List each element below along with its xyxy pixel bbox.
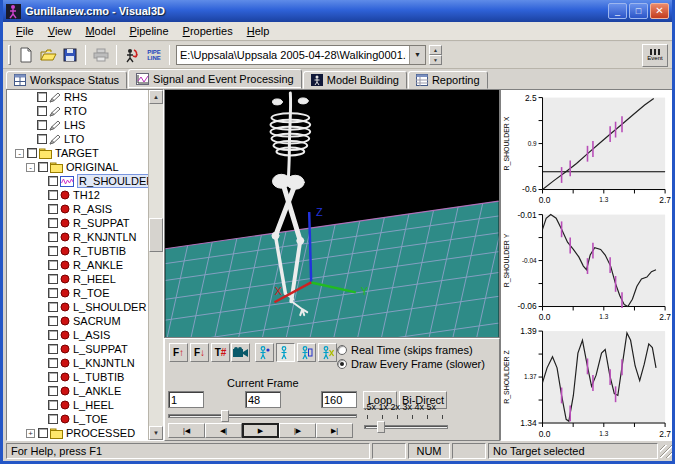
tree-item-label[interactable]: L_ASIS (73, 329, 110, 341)
menu-file[interactable]: File (9, 23, 41, 39)
frame-end-field[interactable] (321, 391, 357, 408)
new-file-icon[interactable] (15, 44, 37, 66)
tree-checkbox[interactable] (48, 358, 58, 368)
scrollbar-thumb[interactable] (149, 218, 163, 252)
frame-start-field[interactable] (168, 391, 204, 408)
tree-checkbox[interactable] (48, 260, 58, 270)
tree-checkbox[interactable] (48, 218, 58, 228)
tree-checkbox[interactable] (38, 162, 48, 172)
tree-item-label[interactable]: RTO (64, 105, 87, 117)
tree-item-label[interactable]: PROCESSED (66, 427, 135, 439)
tree-checkbox[interactable] (48, 190, 58, 200)
tree-item-label[interactable]: L_TOE (73, 413, 108, 425)
tree-checkbox[interactable] (48, 344, 58, 354)
tree-item-label[interactable]: R_TUBTIB (73, 245, 126, 257)
markers-toggle-button[interactable] (255, 343, 274, 362)
file-path-input[interactable] (177, 46, 409, 64)
pipeline-icon[interactable]: PIPE LINE (143, 44, 165, 66)
speed-slider-thumb[interactable] (377, 421, 385, 433)
tree-item-l-knjntln[interactable]: L_KNJNTLN (7, 356, 148, 370)
tree-checkbox[interactable] (48, 414, 58, 424)
tree-item-l-tubtib[interactable]: L_TUBTIB (7, 370, 148, 384)
open-folder-icon[interactable] (37, 44, 59, 66)
tree-item-sacrum[interactable]: SACRUM (7, 314, 148, 328)
tree-checkbox[interactable] (48, 330, 58, 340)
tree-item-label[interactable]: R_SUPPAT (73, 217, 129, 229)
frame-current-field[interactable] (245, 391, 281, 408)
tree-item-r-toe[interactable]: R_TOE (7, 286, 148, 300)
tree-item-r-suppat[interactable]: R_SUPPAT (7, 216, 148, 230)
chevron-down-icon[interactable]: ▼ (409, 46, 425, 64)
tree-item-label[interactable]: R_TOE (73, 287, 109, 299)
tree-item-label[interactable]: L_TUBTIB (73, 371, 124, 383)
tab-model-building[interactable]: Model Building (303, 71, 407, 89)
frame-number-button[interactable]: T# (211, 343, 230, 362)
tree-checkbox[interactable] (37, 120, 47, 130)
tree-item-lhs[interactable]: LHS (7, 118, 148, 132)
tree-item-r-asis[interactable]: R_ASIS (7, 202, 148, 216)
menu-properties[interactable]: Properties (176, 23, 240, 39)
menu-model[interactable]: Model (78, 23, 122, 39)
save-icon[interactable] (59, 44, 81, 66)
tree-item-l-toe[interactable]: L_TOE (7, 412, 148, 426)
tree-item-l-asis[interactable]: L_ASIS (7, 328, 148, 342)
frame-slider[interactable] (168, 414, 357, 418)
tree-checkbox[interactable] (48, 316, 58, 326)
spinner-up-icon[interactable]: ▲ (429, 45, 442, 55)
tree-item-label[interactable]: TARGET (55, 147, 99, 159)
tree-checkbox[interactable] (48, 246, 58, 256)
movie-camera-button[interactable] (231, 343, 250, 362)
chart-r-shoulder-z[interactable]: 1.391.371.340.01.32.7R_SHOULDER Z (501, 324, 674, 440)
tree-checkbox[interactable] (48, 176, 58, 186)
menu-pipeline[interactable]: Pipeline (122, 23, 175, 39)
event-button[interactable]: Event (642, 44, 668, 67)
expander-icon[interactable]: - (26, 163, 35, 172)
tree-item-label[interactable]: R_SHOULDER (77, 174, 148, 188)
draw-every-radio[interactable] (337, 359, 347, 369)
tree-checkbox[interactable] (48, 232, 58, 242)
viewport-3d[interactable]: ZYX (164, 89, 500, 338)
chart-r-shoulder-x[interactable]: 2.50.9-0.60.01.32.7R_SHOULDER X (501, 90, 674, 207)
tree-item-label[interactable]: LHS (64, 119, 85, 131)
frame-slider-thumb[interactable] (221, 410, 229, 422)
tree-checkbox[interactable] (27, 148, 37, 158)
tree-item-r-tubtib[interactable]: R_TUBTIB (7, 244, 148, 258)
tab-signal-and-event-processing[interactable]: Signal and Event Processing (128, 69, 302, 89)
tree-item-target[interactable]: -TARGET (7, 146, 148, 160)
tree-item-processed[interactable]: +PROCESSED (7, 426, 148, 440)
frame-up-button[interactable]: F↑ (169, 343, 188, 362)
maximize-button[interactable]: □ (629, 3, 648, 19)
tree-checkbox[interactable] (48, 400, 58, 410)
realtime-radio-row[interactable]: Real Time (skips frames) (337, 344, 473, 356)
menu-help[interactable]: Help (240, 23, 277, 39)
go-start-button[interactable]: |◀ (168, 423, 205, 438)
tree-item-rto[interactable]: RTO (7, 104, 148, 118)
tree-checkbox[interactable] (48, 288, 58, 298)
tree-checkbox[interactable] (48, 386, 58, 396)
tree-scrollbar[interactable]: ▲ ▼ (148, 90, 163, 440)
tree-item-label[interactable]: R_HEEL (73, 273, 116, 285)
tree-checkbox[interactable] (48, 204, 58, 214)
tree-item-label[interactable]: L_SHOULDER (73, 301, 146, 313)
tree-item-label[interactable]: LTO (64, 133, 84, 145)
draw-every-radio-row[interactable]: Draw Every Frame (slower) (337, 358, 485, 370)
tree-item-l-heel[interactable]: L_HEEL (7, 398, 148, 412)
tree-item-label[interactable]: L_KNJNTLN (73, 357, 135, 369)
menu-view[interactable]: View (41, 23, 79, 39)
chart-r-shoulder-y[interactable]: -0.01-0.04-0.060.01.32.7R_SHOULDER Y (501, 207, 674, 324)
step-forward-button[interactable]: |▶ (279, 423, 316, 438)
realtime-radio[interactable] (337, 345, 347, 355)
tree-item-r-ankle[interactable]: R_ANKLE (7, 258, 148, 272)
tree-item-label[interactable]: SACRUM (73, 315, 121, 327)
tree-item-lto[interactable]: LTO (7, 132, 148, 146)
print-icon[interactable] (90, 44, 112, 66)
tree-item-label[interactable]: R_KNJNTLN (73, 231, 137, 243)
tree-item-label[interactable]: R_ANKLE (73, 259, 123, 271)
tree-checkbox[interactable] (37, 134, 47, 144)
model-icon[interactable] (121, 44, 143, 66)
tree-checkbox[interactable] (48, 372, 58, 382)
tree-item-l-suppat[interactable]: L_SUPPAT (7, 342, 148, 356)
tree-item-label[interactable]: RHS (64, 91, 87, 103)
tab-reporting[interactable]: Reporting (408, 71, 488, 89)
scroll-down-icon[interactable]: ▼ (149, 426, 163, 440)
